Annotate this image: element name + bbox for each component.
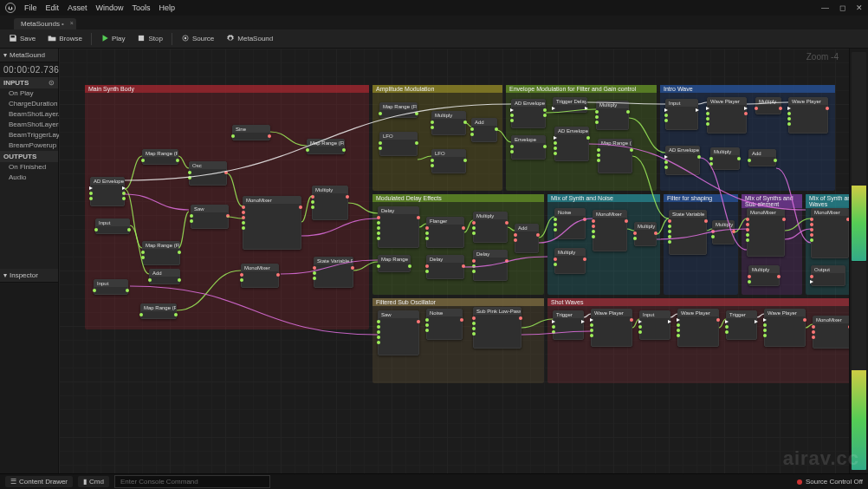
minimize-icon[interactable]: —	[821, 3, 829, 12]
graph-node[interactable]: Map Range (Float)	[598, 139, 632, 173]
metasound-button[interactable]: MetaSound	[221, 32, 278, 46]
graph-node[interactable]: Wave Player	[788, 97, 828, 134]
input-beam-shot-layer-a[interactable]: BeamShotLayerA	[0, 109, 58, 120]
graph-canvas[interactable]: Zoom -4 Main Synth BodyAmplitude Modulat…	[59, 49, 849, 473]
graph-node[interactable]: MonoMixer	[747, 208, 785, 257]
graph-node[interactable]: Trigger Delay	[553, 97, 587, 113]
menu-help[interactable]: Help	[159, 3, 176, 12]
graph-node[interactable]: Noise	[426, 309, 463, 340]
menu-edit[interactable]: Edit	[46, 3, 60, 12]
graph-node[interactable]: Input	[665, 99, 698, 130]
console-command-input[interactable]: Enter Console Command	[114, 475, 270, 488]
menu-tools[interactable]: Tools	[133, 3, 151, 12]
graph-node[interactable]: AD Envelope (Float)	[511, 99, 546, 128]
graph-node[interactable]: Map Range (Float)	[142, 149, 178, 165]
node-title: Wave Player	[592, 310, 632, 316]
region-title: Envelope Modulation for Filter and Gain …	[506, 85, 657, 93]
graph-node[interactable]: Multiply	[431, 111, 466, 135]
graph-node[interactable]: Wave Player	[677, 309, 719, 347]
window-controls: — ◻ ✕	[821, 3, 863, 12]
outputs-section-header[interactable]: OUTPUTS	[0, 151, 58, 162]
menu-asset[interactable]: Asset	[68, 3, 87, 12]
graph-node[interactable]: Multiply	[312, 186, 348, 220]
graph-node[interactable]: Add	[149, 269, 180, 284]
graph-node[interactable]: AD Envelope (Float)	[554, 127, 589, 161]
graph-node[interactable]: Map Range (Float)	[379, 102, 418, 118]
graph-node[interactable]: State Variable Filter	[669, 210, 707, 255]
node-title: Wave Player	[789, 98, 827, 105]
graph-node[interactable]: MonoMixer	[813, 316, 849, 349]
graph-node[interactable]: Multiply	[596, 101, 629, 130]
tab-close-icon[interactable]: ×	[70, 20, 74, 26]
graph-node[interactable]: Trigger	[726, 310, 757, 340]
graph-node[interactable]: Multiply	[554, 248, 586, 274]
graph-node[interactable]: Delay	[426, 255, 464, 279]
graph-node[interactable]: Sine	[232, 125, 270, 140]
graph-node[interactable]: AD Envelope (Float)	[665, 146, 700, 175]
run-icon[interactable]: ⊙	[49, 79, 55, 87]
content-drawer-button[interactable]: ☰ Content Drawer	[5, 476, 73, 487]
graph-node[interactable]: Wave Player	[764, 309, 806, 347]
graph-node[interactable]: AD Envelope (Float)	[90, 177, 125, 206]
input-beam-shot-layer-b[interactable]: BeamShotLayerB	[0, 120, 58, 130]
stop-button[interactable]: Stop	[132, 32, 167, 46]
graph-node[interactable]: Multiply	[634, 222, 657, 246]
graph-node[interactable]: Saw	[191, 205, 229, 229]
source-control-label[interactable]: Source Control Off	[806, 478, 863, 486]
save-button[interactable]: Save	[3, 32, 41, 46]
output-audio[interactable]: Audio	[0, 173, 58, 183]
output-on-finished[interactable]: On Finished	[0, 162, 58, 173]
graph-node[interactable]: LFO	[379, 132, 418, 156]
input-charge-duration[interactable]: ChargeDuration	[0, 99, 58, 109]
graph-node[interactable]: Map Range (Float)	[142, 241, 180, 265]
graph-node[interactable]: Input	[94, 279, 128, 295]
graph-node[interactable]: Multiply	[473, 212, 508, 243]
close-icon[interactable]: ✕	[856, 3, 863, 12]
input-beam-trigger-layer-a[interactable]: BeamTriggerLayerA	[0, 130, 58, 140]
graph-node[interactable]: Input	[639, 310, 670, 340]
graph-node[interactable]: Multiply	[755, 97, 781, 114]
input-bream-powerup[interactable]: BreamPowerup	[0, 140, 58, 151]
graph-node[interactable]: Envelope	[511, 135, 546, 160]
graph-node[interactable]: Multiply	[712, 220, 735, 244]
cmd-button[interactable]: ▮ Cmd	[78, 476, 109, 487]
graph-node[interactable]: Add	[748, 149, 776, 166]
graph-node[interactable]: Multiply	[710, 147, 740, 170]
menu-window[interactable]: Window	[96, 3, 124, 12]
graph-node[interactable]: Map Range (Float)	[140, 303, 177, 319]
play-button[interactable]: Play	[95, 32, 131, 46]
graph-node[interactable]: Delay	[473, 250, 508, 281]
tab-metasounds[interactable]: MetaSounds• ×	[14, 18, 76, 29]
panel-tab-inspector[interactable]: ▾ Inspector	[0, 269, 58, 283]
graph-node[interactable]: MonoMixer	[241, 264, 279, 288]
graph-node[interactable]: Multiply	[748, 265, 780, 286]
graph-node[interactable]: State Variable Filter	[314, 257, 353, 288]
graph-node[interactable]: Wave Player	[591, 309, 632, 347]
graph-node[interactable]: Add	[515, 224, 539, 253]
input-on-play[interactable]: On Play	[0, 88, 58, 99]
graph-node[interactable]: Saw	[378, 310, 419, 355]
graph-node[interactable]: MonoMixer	[243, 196, 301, 250]
browse-button[interactable]: Browse	[42, 32, 87, 46]
graph-node[interactable]: Flanger	[426, 217, 464, 248]
inputs-section-header[interactable]: INPUTS ⊙	[0, 77, 58, 88]
maximize-icon[interactable]: ◻	[839, 3, 845, 12]
graph-node[interactable]: LFO	[431, 149, 466, 173]
source-button[interactable]: Source	[176, 32, 219, 46]
graph-node[interactable]: Osc	[189, 161, 227, 186]
graph-node[interactable]: Map Range (Float)	[378, 255, 411, 272]
graph-node[interactable]: Input	[95, 218, 130, 234]
graph-node[interactable]: Add	[471, 118, 497, 142]
graph-node[interactable]: Map Range (Float)	[307, 139, 345, 154]
graph-node[interactable]: Output	[811, 265, 845, 286]
menu-file[interactable]: File	[24, 3, 37, 12]
graph-node[interactable]: MonoMixer	[593, 210, 627, 251]
graph-node[interactable]: Wave Player	[707, 97, 747, 134]
graph-node[interactable]: MonoMixer	[811, 208, 849, 258]
graph-node[interactable]: Sub Pink Low-Pass Filter	[473, 307, 521, 349]
graph-node[interactable]: Trigger	[553, 310, 584, 340]
panel-tab-metasound[interactable]: ▾ MetaSound	[0, 49, 58, 62]
graph-node[interactable]: Noise	[554, 208, 586, 239]
graph-node[interactable]: Delay	[378, 206, 419, 248]
node-title: Multiply	[313, 186, 347, 193]
